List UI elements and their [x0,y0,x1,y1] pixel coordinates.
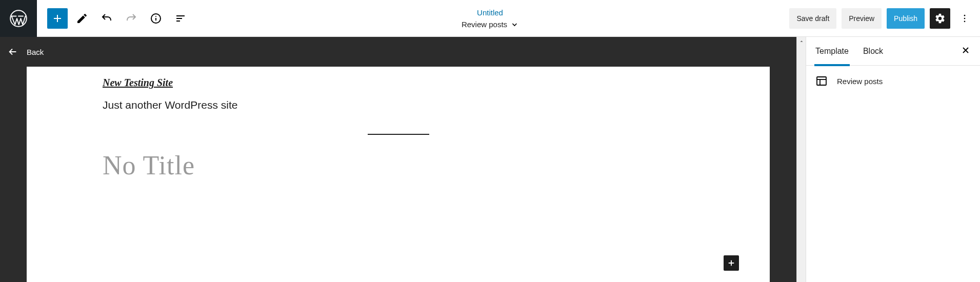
site-tagline-block[interactable]: Just another WordPress site [103,99,694,111]
sidebar-body: Review posts [806,66,980,96]
back-button[interactable]: Back [0,37,796,67]
site-title-block[interactable]: New Testing Site [103,77,694,89]
pencil-icon [76,12,88,25]
wordpress-icon [9,9,28,28]
toolbar-right: Save draft Preview Publish [789,0,980,36]
top-toolbar: Untitled Review posts Save draft Preview… [0,0,980,37]
scroll-up-arrow[interactable] [797,37,806,46]
separator-block[interactable] [368,134,429,135]
toolbar-left [37,0,191,36]
sidebar-close-button[interactable] [961,45,971,57]
chevron-up-icon [799,39,804,44]
svg-point-6 [964,21,966,22]
template-icon [815,75,828,87]
dots-vertical-icon [959,13,970,24]
close-icon [961,45,971,55]
save-draft-button[interactable]: Save draft [789,8,836,29]
editor-canvas[interactable]: New Testing Site Just another WordPress … [27,67,770,282]
plus-icon [727,258,736,268]
scrollbar[interactable] [796,37,806,282]
add-block-inline-button[interactable] [724,255,739,271]
list-view-button[interactable] [170,8,191,29]
info-icon [150,12,162,25]
plus-icon [51,12,64,25]
tab-block[interactable]: Block [863,37,883,66]
svg-rect-7 [817,77,826,85]
template-info-row[interactable]: Review posts [815,75,971,87]
publish-button[interactable]: Publish [887,8,925,29]
document-subtitle-label: Review posts [462,19,507,30]
redo-icon [125,12,137,25]
document-title: Untitled [477,7,503,18]
document-subtitle: Review posts [462,19,518,30]
post-title-block[interactable]: No Title [103,150,694,180]
template-name: Review posts [837,77,883,86]
settings-button[interactable] [930,8,950,29]
chevron-down-icon [510,21,518,29]
preview-button[interactable]: Preview [842,8,882,29]
document-switcher[interactable]: Untitled Review posts [462,0,518,37]
back-label: Back [27,48,44,56]
undo-icon [101,12,113,25]
redo-button[interactable] [121,8,142,29]
edit-tool-button[interactable] [72,8,92,29]
svg-point-3 [155,16,156,17]
list-view-icon [174,12,187,25]
settings-sidebar: Template Block Review posts [806,37,980,282]
undo-button[interactable] [96,8,117,29]
editor-wrap: Back New Testing Site Just another WordP… [0,37,796,282]
svg-point-4 [964,14,966,16]
wordpress-logo[interactable] [0,0,37,37]
gear-icon [934,13,946,24]
svg-point-5 [964,17,966,19]
arrow-left-icon [7,46,18,57]
sidebar-tabs: Template Block [806,37,980,66]
document-overview-button[interactable] [146,8,166,29]
more-options-button[interactable] [955,8,974,29]
add-block-button[interactable] [47,8,68,29]
tab-template[interactable]: Template [815,37,849,66]
